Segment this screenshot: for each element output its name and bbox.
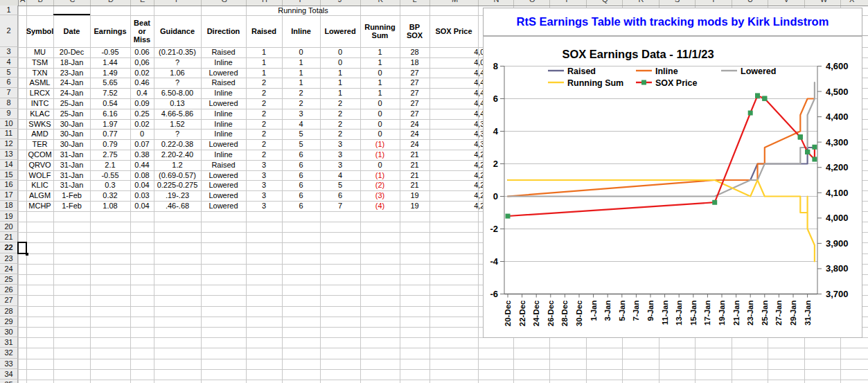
cell-bp_sox[interactable]: 27 (400, 68, 429, 78)
cell-raised[interactable]: 2 (246, 88, 282, 98)
cell-beat[interactable]: 0.02 (130, 68, 154, 78)
cell-date[interactable]: 24-Jan (53, 78, 90, 88)
cell-guidance[interactable]: 1.2 (154, 160, 201, 170)
cell-guidance[interactable]: 1.06 (154, 68, 201, 78)
cell-raised[interactable]: 2 (246, 109, 282, 119)
cell-bp_sox[interactable]: 19 (400, 201, 429, 211)
column-header[interactable]: Raised (246, 15, 282, 47)
cell-bp_sox[interactable]: 27 (400, 98, 429, 109)
cell-guidance[interactable]: (0.69-0.57) (154, 170, 201, 181)
cell-earnings[interactable]: 0.3 (90, 180, 130, 190)
cell-beat[interactable]: 0.07 (130, 139, 154, 150)
cell-run_sum[interactable]: 0 (360, 68, 400, 78)
column-header[interactable]: Symbol (26, 15, 53, 47)
cell-run_sum[interactable]: 0 (360, 98, 400, 109)
cell-inline[interactable]: 1 (282, 78, 320, 88)
column-header[interactable]: SOX Price (429, 15, 478, 47)
column-header-strip[interactable]: ABCDEFGHIJKLMNOPQRSTUVWX (0, 0, 868, 6)
cell-earnings[interactable]: 0.32 (90, 190, 130, 201)
cell-earnings[interactable]: 1.49 (90, 68, 130, 78)
cell-raised[interactable]: 2 (246, 139, 282, 150)
cell-bp_sox[interactable]: 18 (400, 57, 429, 68)
cell-beat[interactable]: 0.04 (130, 201, 154, 211)
cell-raised[interactable]: 3 (246, 160, 282, 170)
row-header-20[interactable]: 20 (0, 222, 18, 232)
cell-bp_sox[interactable]: 21 (400, 170, 429, 181)
cell-guidance[interactable]: ? (154, 129, 201, 139)
cell-raised[interactable]: 2 (246, 150, 282, 160)
cell-symbol[interactable]: WOLF (26, 170, 53, 181)
cell-guidance[interactable]: 4.66-5.86 (154, 109, 201, 119)
selection-fill-handle[interactable] (26, 253, 28, 256)
cell-guidance[interactable]: 2.20-2.40 (154, 150, 201, 160)
cell-earnings[interactable]: 6.16 (90, 109, 130, 119)
row-header-35[interactable]: 35 (0, 380, 18, 383)
cell-bp_sox[interactable]: 21 (400, 160, 429, 170)
row-header-21[interactable]: 21 (0, 232, 18, 242)
cell-beat[interactable]: 0.06 (130, 47, 154, 57)
cell-inline[interactable]: 6 (282, 150, 320, 160)
cell-guidance[interactable]: .19-.23 (154, 190, 201, 201)
row-header-33[interactable]: 33 (0, 359, 18, 369)
cell-run_sum[interactable]: 0 (360, 160, 400, 170)
cell-earnings[interactable]: 2.75 (90, 150, 130, 160)
cell-beat[interactable]: 0,06 (130, 57, 154, 68)
row-header-16[interactable]: 16 (0, 180, 18, 190)
row-header-34[interactable]: 34 (0, 369, 18, 380)
cell-raised[interactable]: 3 (246, 201, 282, 211)
cell-symbol[interactable]: INTC (26, 98, 53, 109)
cell-raised[interactable]: 2 (246, 78, 282, 88)
cell-raised[interactable]: 3 (246, 180, 282, 190)
column-header[interactable]: Guidance (154, 15, 201, 47)
row-header-23[interactable]: 23 (0, 253, 18, 264)
cell-earnings[interactable]: 1.97 (90, 119, 130, 130)
cell-direction[interactable]: Lowered (201, 170, 246, 181)
cell-bp_sox[interactable]: 19 (400, 190, 429, 201)
row-header-28[interactable]: 28 (0, 306, 18, 317)
cell-inline[interactable]: 6 (282, 201, 320, 211)
cell-beat[interactable]: 0.44 (130, 160, 154, 170)
cell-lowered[interactable]: 2 (320, 98, 360, 109)
cell-beat[interactable]: 0.02 (130, 119, 154, 130)
cell-guidance[interactable]: ? (154, 78, 201, 88)
row-header-10[interactable]: 10 (0, 119, 18, 130)
cell-earnings[interactable]: -0.55 (90, 170, 130, 181)
cell-lowered[interactable]: 6 (320, 190, 360, 201)
cell-date[interactable]: 20-Dec (53, 47, 90, 57)
cell-earnings[interactable]: 0.54 (90, 98, 130, 109)
cell-lowered[interactable]: 1 (320, 88, 360, 98)
cell-run_sum[interactable]: (1) (360, 139, 400, 150)
row-header-19[interactable]: 19 (0, 211, 18, 222)
cell-bp_sox[interactable]: 24 (400, 119, 429, 130)
cell-symbol[interactable]: TER (26, 139, 53, 150)
cell-earnings[interactable]: 0.77 (90, 129, 130, 139)
cell-direction[interactable]: Raised (201, 160, 246, 170)
cell-beat[interactable]: 0.38 (130, 150, 154, 160)
cell-inline[interactable]: 6 (282, 180, 320, 190)
cell-date[interactable]: 30-Jan (53, 139, 90, 150)
row-header-18[interactable]: 18 (0, 201, 18, 211)
cell-run_sum[interactable]: (1) (360, 150, 400, 160)
cell-inline[interactable]: 4 (282, 119, 320, 130)
row-header-9[interactable]: 9 (0, 109, 18, 119)
cell-beat[interactable]: 0.46 (130, 78, 154, 88)
row-header-7[interactable]: 7 (0, 88, 18, 98)
cell-date[interactable]: 23-Jan (53, 68, 90, 78)
cell-lowered[interactable]: 1 (320, 78, 360, 88)
cell-inline[interactable]: 3 (282, 109, 320, 119)
cell-inline[interactable]: 5 (282, 129, 320, 139)
cell-lowered[interactable]: 2 (320, 119, 360, 130)
cell-symbol[interactable]: SWKS (26, 119, 53, 130)
cell-direction[interactable]: Raised (201, 78, 246, 88)
cell-lowered[interactable]: 0 (320, 57, 360, 68)
row-header-11[interactable]: 11 (0, 129, 18, 139)
cell-date[interactable]: 31-Jan (53, 150, 90, 160)
row-header-25[interactable]: 25 (0, 274, 18, 285)
row-header-13[interactable]: 13 (0, 150, 18, 160)
row-header-30[interactable]: 30 (0, 327, 18, 337)
column-header[interactable]: Beat or Miss (130, 15, 154, 47)
cell-date[interactable]: 1-Feb (53, 201, 90, 211)
cell-earnings[interactable]: 1.44 (90, 57, 130, 68)
row-header-15[interactable]: 15 (0, 170, 18, 181)
cell-lowered[interactable]: 2 (320, 109, 360, 119)
